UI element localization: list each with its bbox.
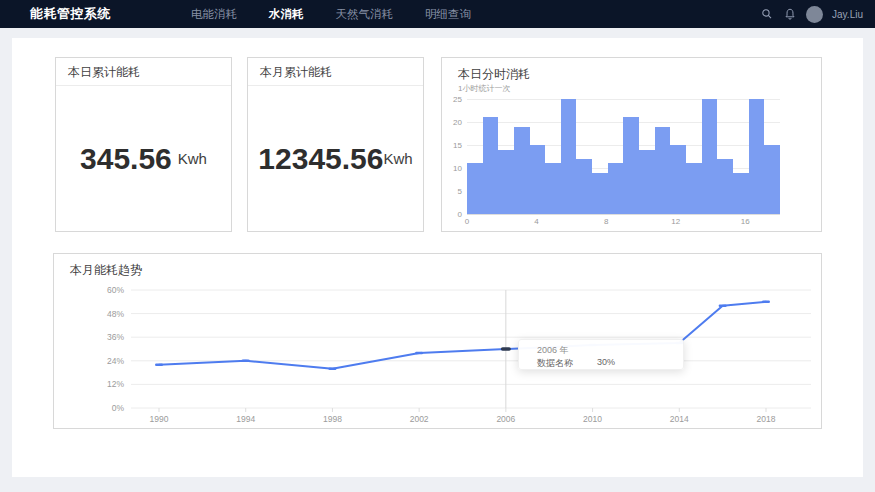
bar[interactable] [733, 173, 749, 214]
today-value: 345.56 [80, 142, 172, 176]
gridline [467, 214, 780, 215]
bar[interactable] [608, 163, 624, 214]
svg-text:1994: 1994 [236, 414, 255, 424]
svg-text:2018: 2018 [757, 414, 776, 424]
x-tick-label: 12 [666, 217, 686, 226]
nav-item-detail[interactable]: 明细查询 [425, 7, 471, 22]
tooltip-title: 2006 年 [537, 344, 569, 357]
bar[interactable] [749, 99, 765, 214]
bar[interactable] [686, 163, 702, 214]
app-title[interactable]: 能耗管控系统 [30, 5, 111, 23]
card-month-title: 本月累计能耗 [248, 58, 423, 86]
bar[interactable] [545, 163, 561, 214]
x-tick-label: 16 [735, 217, 755, 226]
y-tick-label: 25 [442, 95, 462, 104]
bar[interactable] [639, 150, 655, 214]
x-tick-label: 4 [527, 217, 547, 226]
bar[interactable] [655, 127, 671, 214]
svg-text:2002: 2002 [410, 414, 429, 424]
svg-text:2014: 2014 [670, 414, 689, 424]
nav-menu: 电能消耗 水消耗 天然气消耗 明细查询 [191, 7, 471, 22]
x-tick-label: 0 [457, 217, 477, 226]
card-trend-chart: 本月能耗趋势 0%12%24%36%48%60%1990199419982002… [53, 253, 822, 429]
bell-icon[interactable] [783, 7, 797, 21]
svg-text:1990: 1990 [150, 414, 169, 424]
svg-text:1998: 1998 [323, 414, 342, 424]
card-month-body: 12345.56 Kwh [248, 86, 423, 231]
bar[interactable] [623, 117, 639, 214]
svg-text:36%: 36% [107, 332, 124, 342]
nav-right-cluster: Jay.Liu [760, 6, 875, 23]
nav-item-gas[interactable]: 天然气消耗 [336, 7, 394, 22]
bar[interactable] [717, 159, 733, 214]
bar[interactable] [670, 145, 686, 214]
search-icon[interactable] [760, 7, 774, 21]
bar[interactable] [764, 145, 780, 214]
username[interactable]: Jay.Liu [832, 9, 863, 20]
hourly-chart-subtitle: 1小时统计一次 [458, 83, 510, 94]
bar[interactable] [483, 117, 499, 214]
month-value: 12345.56 [258, 142, 383, 176]
top-navbar: 能耗管控系统 电能消耗 水消耗 天然气消耗 明细查询 Jay.Liu [0, 0, 875, 28]
bar[interactable] [530, 145, 546, 214]
hourly-chart-title: 本日分时消耗 [458, 66, 530, 83]
y-tick-label: 15 [442, 141, 462, 150]
y-tick-label: 5 [442, 187, 462, 196]
user-avatar[interactable] [806, 6, 823, 23]
card-today-body: 345.56 Kwh [56, 86, 231, 231]
svg-text:12%: 12% [107, 379, 124, 389]
hourly-bar-plot[interactable] [467, 99, 780, 214]
month-unit: Kwh [383, 150, 412, 167]
card-month-total: 本月累计能耗 12345.56 Kwh [247, 57, 424, 232]
nav-item-electric[interactable]: 电能消耗 [191, 7, 237, 22]
svg-text:60%: 60% [107, 285, 124, 295]
svg-text:0%: 0% [112, 403, 125, 413]
bar[interactable] [592, 173, 608, 214]
svg-text:24%: 24% [107, 356, 124, 366]
svg-text:2010: 2010 [583, 414, 602, 424]
nav-item-water[interactable]: 水消耗 [269, 7, 304, 22]
svg-text:2006: 2006 [496, 414, 515, 424]
card-today-total: 本日累计能耗 345.56 Kwh [55, 57, 232, 232]
bar[interactable] [576, 159, 592, 214]
card-today-title: 本日累计能耗 [56, 58, 231, 86]
bar[interactable] [498, 150, 514, 214]
y-tick-label: 20 [442, 118, 462, 127]
trend-line-plot[interactable]: 0%12%24%36%48%60%19901994199820022006201… [54, 254, 823, 430]
tooltip-value: 30% [597, 357, 615, 367]
bar[interactable] [467, 163, 483, 214]
bar[interactable] [702, 99, 718, 214]
bar[interactable] [561, 99, 577, 214]
tooltip-series-label: 数据名称 [537, 357, 573, 370]
x-tick-label: 8 [596, 217, 616, 226]
y-tick-label: 10 [442, 164, 462, 173]
svg-text:48%: 48% [107, 309, 124, 319]
card-hourly-chart: 本日分时消耗 1小时统计一次 05101520250481216 [441, 57, 822, 232]
chart-tooltip: 2006 年 数据名称 30% [518, 339, 684, 370]
bar[interactable] [514, 127, 530, 214]
today-unit: Kwh [178, 150, 207, 167]
